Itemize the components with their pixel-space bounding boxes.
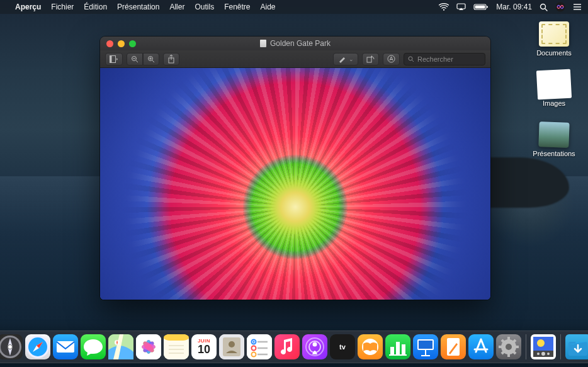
battery-icon[interactable] bbox=[473, 3, 489, 11]
window-content[interactable] bbox=[100, 68, 490, 300]
svg-line-82 bbox=[502, 340, 504, 342]
dock-app-contacts[interactable] bbox=[219, 334, 244, 359]
menu-help[interactable]: Aide bbox=[256, 3, 281, 11]
svg-line-85 bbox=[502, 351, 504, 354]
svg-rect-68 bbox=[402, 344, 405, 354]
close-button[interactable] bbox=[106, 40, 113, 47]
rotate-button[interactable] bbox=[362, 53, 379, 65]
menu-edit[interactable]: Édition bbox=[79, 3, 112, 11]
zoom-out-button[interactable] bbox=[127, 53, 143, 65]
app-menu[interactable]: Aperçu bbox=[10, 3, 46, 11]
svg-line-14 bbox=[136, 60, 138, 62]
zoom-button[interactable] bbox=[129, 40, 136, 47]
svg-rect-34 bbox=[57, 341, 74, 353]
search-icon bbox=[408, 56, 414, 62]
svg-point-24 bbox=[409, 57, 412, 60]
dock-app-mail[interactable] bbox=[53, 334, 78, 359]
desktop-item-documents[interactable]: Documents bbox=[529, 21, 579, 57]
svg-point-64 bbox=[313, 342, 317, 347]
svg-point-88 bbox=[537, 339, 545, 347]
folder-thumbnail bbox=[538, 71, 570, 98]
highlight-button[interactable]: ⌄ bbox=[333, 53, 358, 65]
svg-rect-4 bbox=[487, 6, 488, 8]
dock-recent-preview[interactable] bbox=[531, 334, 556, 359]
airplay-icon[interactable] bbox=[456, 3, 466, 11]
svg-rect-22 bbox=[367, 57, 371, 62]
desktop-item-label: Documents bbox=[536, 49, 572, 57]
window-titlebar[interactable]: Golden Gate Park bbox=[100, 37, 490, 50]
svg-line-83 bbox=[513, 351, 516, 354]
folder-thumbnail bbox=[538, 121, 569, 148]
menu-file[interactable]: Fichier bbox=[46, 3, 79, 11]
svg-line-6 bbox=[545, 8, 548, 11]
svg-rect-74 bbox=[447, 338, 460, 356]
dock-app-podcasts[interactable] bbox=[302, 334, 327, 359]
svg-line-17 bbox=[152, 60, 154, 62]
menubar: Aperçu Fichier Édition Présentation Alle… bbox=[0, 0, 588, 14]
notification-center-icon[interactable] bbox=[573, 3, 582, 11]
folder-thumbnail bbox=[539, 21, 569, 47]
wifi-icon[interactable] bbox=[439, 3, 449, 11]
svg-rect-3 bbox=[475, 6, 485, 9]
menu-window[interactable]: Fenêtre bbox=[219, 3, 255, 11]
siri-icon[interactable] bbox=[555, 2, 565, 12]
dock-app-calendar[interactable]: JUIN 10 bbox=[191, 334, 217, 359]
menubar-clock[interactable]: Mar. 09:41 bbox=[496, 3, 532, 11]
svg-rect-71 bbox=[419, 341, 433, 349]
desktop-item-label: Présentations bbox=[533, 150, 575, 157]
svg-point-90 bbox=[537, 353, 540, 355]
svg-point-92 bbox=[547, 353, 550, 355]
sidebar-view-button[interactable] bbox=[105, 53, 123, 65]
desktop-item-label: Images bbox=[543, 99, 565, 107]
search-field[interactable]: Rechercher bbox=[404, 53, 485, 65]
svg-point-77 bbox=[506, 344, 512, 350]
dock-separator bbox=[560, 334, 561, 359]
dock-app-photos[interactable] bbox=[136, 334, 161, 359]
svg-point-91 bbox=[541, 352, 545, 356]
dock-separator bbox=[526, 334, 526, 359]
svg-point-31 bbox=[8, 345, 13, 349]
svg-rect-67 bbox=[396, 342, 400, 354]
menu-go[interactable]: Aller bbox=[164, 3, 189, 11]
svg-line-84 bbox=[513, 340, 516, 342]
desktop-item-presentations[interactable]: Présentations bbox=[529, 122, 579, 157]
svg-rect-12 bbox=[110, 55, 112, 62]
svg-rect-54 bbox=[247, 334, 272, 359]
svg-line-25 bbox=[412, 60, 414, 62]
dock-app-messages[interactable] bbox=[81, 334, 106, 359]
desktop-icons: Documents Images Présentations bbox=[529, 21, 579, 157]
dock-app-tv[interactable]: tv bbox=[330, 334, 355, 359]
dock-app-system-preferences[interactable] bbox=[496, 334, 521, 359]
dock-app-launchpad[interactable] bbox=[0, 334, 23, 359]
dock-app-reminders[interactable] bbox=[247, 334, 272, 359]
svg-rect-47 bbox=[164, 334, 189, 341]
dock-app-safari[interactable] bbox=[25, 334, 50, 359]
window-title: Golden Gate Park bbox=[100, 39, 490, 48]
dock-app-numbers[interactable] bbox=[385, 334, 410, 359]
menu-tools[interactable]: Outils bbox=[189, 3, 219, 11]
dock-app-keynote[interactable] bbox=[413, 334, 438, 359]
calendar-day: 10 bbox=[198, 344, 210, 355]
menu-view[interactable]: Présentation bbox=[112, 3, 164, 11]
dock-app-books[interactable] bbox=[358, 334, 383, 359]
minimize-button[interactable] bbox=[118, 40, 125, 47]
desktop-item-images[interactable]: Images bbox=[529, 72, 579, 107]
dock-app-maps[interactable] bbox=[108, 334, 133, 359]
dock-app-pages[interactable] bbox=[441, 334, 466, 359]
svg-point-0 bbox=[443, 9, 444, 10]
window-toolbar: ⌄ Rechercher bbox=[100, 50, 490, 68]
share-button[interactable] bbox=[163, 53, 179, 65]
tv-label-text: tv bbox=[339, 343, 346, 351]
dock-downloads[interactable] bbox=[565, 334, 588, 359]
zoom-in-button[interactable] bbox=[143, 53, 159, 65]
preview-window[interactable]: Golden Gate Park ⌄ bbox=[100, 37, 490, 300]
dock-app-notes[interactable] bbox=[164, 334, 189, 359]
svg-rect-66 bbox=[390, 347, 394, 354]
window-title-text: Golden Gate Park bbox=[270, 39, 331, 48]
markup-button[interactable] bbox=[383, 53, 400, 65]
image-content-flower bbox=[100, 68, 490, 300]
dock-app-appstore[interactable] bbox=[468, 334, 494, 359]
dock-app-music[interactable] bbox=[274, 334, 300, 359]
svg-point-53 bbox=[229, 341, 235, 347]
spotlight-icon[interactable] bbox=[540, 3, 548, 11]
